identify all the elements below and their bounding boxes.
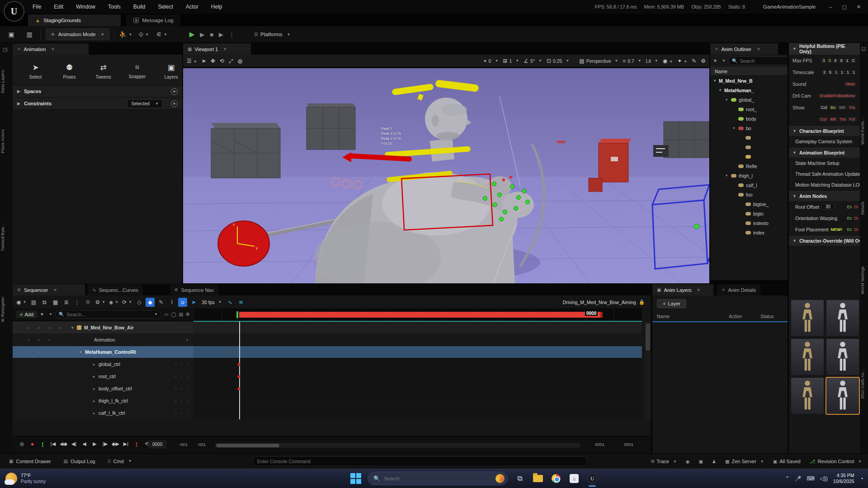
timescale-chip-button[interactable]: 1 bbox=[840, 70, 844, 75]
outliner-row[interactable] bbox=[710, 133, 788, 142]
file-explorer-button[interactable] bbox=[532, 473, 544, 484]
keying-options-icon[interactable]: ◈▼ bbox=[108, 298, 119, 307]
character-thumbnail[interactable] bbox=[791, 339, 824, 375]
timescale-chip-button[interactable]: 5 bbox=[828, 70, 833, 75]
menu-item[interactable]: Edit bbox=[54, 4, 63, 10]
close-icon[interactable]: ✕ bbox=[223, 47, 227, 52]
transport-button[interactable]: ▶| bbox=[122, 441, 130, 447]
constraints-filter-dropdown[interactable]: Selected▼ bbox=[127, 99, 163, 108]
auto-key-toggle[interactable]: ◆ bbox=[146, 298, 155, 307]
transport-button[interactable]: ◎ bbox=[18, 441, 26, 447]
chrome-button[interactable] bbox=[550, 473, 562, 484]
tab-sequence-nav[interactable]: ⚟ Sequence Nav bbox=[170, 284, 218, 296]
track-row[interactable]: ▸ root_ctrl ▫ ▫ ▫ bbox=[13, 371, 193, 382]
thread-safe-animation-update-button[interactable]: Thread Safe Animation Update bbox=[789, 169, 860, 179]
add-constraint-button[interactable]: + bbox=[171, 100, 178, 107]
animation-tool-button[interactable]: ▣ Layers bbox=[160, 63, 182, 80]
snap-toggle[interactable]: ∪ bbox=[178, 298, 187, 307]
animation-tool-button[interactable]: ⌗ Snapper bbox=[126, 63, 148, 80]
mic-icon[interactable]: 🎤 bbox=[795, 476, 802, 482]
show-flags-icon[interactable]: ◉▼ bbox=[663, 58, 673, 64]
tab-viewport-1[interactable]: ▦ Viewport 1 ✕ bbox=[183, 43, 251, 55]
close-icon[interactable]: ✕ bbox=[51, 47, 55, 52]
tray-chevron-icon[interactable]: ⌃ bbox=[785, 475, 789, 482]
all-saved-status[interactable]: ▣ All Saved bbox=[773, 459, 801, 464]
sidebar-tab-world-partition[interactable]: World Partiti... bbox=[860, 106, 868, 156]
minimize-button[interactable]: – bbox=[829, 4, 832, 10]
collapse-icon[interactable]: ▭ bbox=[164, 312, 168, 317]
viewport-scene[interactable]: z y bbox=[183, 68, 709, 283]
outliner-search-input[interactable] bbox=[740, 58, 788, 64]
blueprints-button[interactable]: ⟐▼ bbox=[137, 28, 151, 40]
playback-options-icon[interactable]: ⟳▼ bbox=[121, 298, 133, 307]
render-movie-icon[interactable]: ≣ bbox=[61, 298, 71, 307]
gameplay-camera-system-button[interactable]: Gameplay Camera System bbox=[789, 136, 860, 147]
fps-chip-button[interactable]: 3 bbox=[821, 58, 826, 63]
trace-settings-icon[interactable]: ◉ bbox=[686, 459, 690, 464]
timeline-scrollbar[interactable] bbox=[215, 443, 580, 448]
show-flag-button[interactable]: Tra bbox=[848, 105, 856, 110]
character-override-section[interactable]: ▼Character-Override (Will Override bbox=[789, 235, 860, 246]
content-drawer-button[interactable]: ▦ Content Drawer bbox=[5, 457, 56, 466]
task-view-button[interactable]: ⧉ bbox=[514, 473, 526, 484]
transport-button[interactable]: ◀◆ bbox=[60, 441, 67, 447]
fps-chip-button[interactable]: 3 bbox=[827, 58, 832, 63]
state-machine-setup-button[interactable]: State Machine Setup bbox=[789, 158, 860, 169]
disable-button[interactable]: Di bbox=[854, 216, 859, 221]
add-track-button[interactable]: +Add bbox=[16, 311, 37, 318]
perspective-dropdown[interactable]: ▤Perspective▼ bbox=[579, 58, 618, 64]
animation-tool-button[interactable]: ⚉ Poses bbox=[58, 63, 80, 80]
track-filter-icon[interactable]: ▼ bbox=[40, 312, 44, 317]
move-tool-icon[interactable]: ✥ bbox=[211, 58, 215, 64]
working-end-field[interactable]: 0001 bbox=[624, 442, 633, 447]
outliner-row[interactable]: indexto bbox=[710, 218, 788, 228]
disable-button[interactable]: Di bbox=[854, 205, 859, 209]
timescale-chip-button[interactable]: 1 bbox=[834, 70, 839, 75]
show-flag-button[interactable]: Cor bbox=[819, 117, 828, 122]
mute-button[interactable]: Mute bbox=[844, 82, 856, 86]
platforms-dropdown[interactable]: ⌸ Platforms ▼ bbox=[255, 32, 290, 38]
world-options-icon[interactable]: ◉▼ bbox=[15, 298, 27, 307]
volume-icon[interactable]: ◁)) bbox=[820, 475, 828, 482]
save-sequence-icon[interactable]: ▤ bbox=[29, 298, 38, 307]
fps-chip-button[interactable]: C bbox=[851, 58, 857, 63]
world-coordinate-icon[interactable]: ◍ bbox=[237, 58, 242, 64]
outliner-row[interactable]: ▾ bo bbox=[710, 123, 788, 133]
character-thumbnail[interactable] bbox=[791, 300, 824, 336]
sidebar-tab-place-actors[interactable]: Place Actors bbox=[0, 120, 13, 163]
outliner-row[interactable]: ▾ global_ bbox=[710, 95, 788, 104]
play-button[interactable]: ▶ bbox=[189, 30, 195, 38]
sidebar-tab-data-layers[interactable]: Data Layers bbox=[0, 61, 13, 102]
content-browser-button[interactable]: ▥ bbox=[23, 28, 36, 40]
eject-button[interactable]: ▶ bbox=[219, 31, 223, 38]
pin-icon[interactable]: ◯ bbox=[171, 312, 176, 317]
surface-snap-toggle[interactable]: ⌖0▼ bbox=[484, 58, 499, 64]
outliner-row[interactable]: Refle bbox=[710, 161, 788, 171]
fps-chip-button[interactable]: 6 bbox=[833, 58, 838, 63]
lock-icon[interactable]: 🔒 bbox=[639, 299, 645, 305]
browse-sequence-icon[interactable]: ⧉ bbox=[40, 298, 49, 307]
sequencer-vertical-scrollbar[interactable] bbox=[645, 322, 651, 419]
output-log-button[interactable]: ▤ Output Log bbox=[59, 457, 100, 466]
animation-blueprint-section[interactable]: ▼Animation Blueprint bbox=[789, 147, 860, 158]
track-filter-icon[interactable]: ⌇ bbox=[167, 298, 176, 307]
github-desktop-button[interactable]: ⌂ bbox=[568, 473, 580, 484]
scale-snap-toggle[interactable]: ⊡0.25▼ bbox=[547, 58, 569, 64]
keyframe-dot[interactable] bbox=[237, 387, 241, 390]
screenshot-icon[interactable]: ✎ bbox=[692, 58, 696, 64]
track-settings-icon[interactable]: ⚙ bbox=[186, 312, 190, 317]
transport-button[interactable]: ◆▶ bbox=[112, 441, 119, 447]
unreal-logo-icon[interactable]: U bbox=[4, 1, 24, 22]
show-flag-button[interactable]: Col bbox=[820, 105, 829, 110]
character-thumbnail[interactable] bbox=[826, 378, 859, 414]
outliner-row[interactable]: bigto bbox=[710, 209, 788, 218]
outliner-row[interactable]: ▾ MetaHuman_ bbox=[710, 85, 788, 95]
fps-chip-button[interactable]: 9 bbox=[839, 58, 844, 63]
edit-mode-icon[interactable]: ✎ bbox=[156, 298, 165, 307]
sidebar-tab-ik-retargeter[interactable]: IK Retargeter bbox=[0, 287, 13, 332]
settings-wrench-icon[interactable]: ⚙▼ bbox=[94, 298, 106, 307]
track-search[interactable]: 🔍 ▼ bbox=[55, 310, 161, 319]
screen-percentage-dropdown[interactable]: ⌗0.7▼ bbox=[623, 58, 641, 64]
snapshot-icon[interactable]: ▣ bbox=[699, 459, 703, 464]
notifications-icon[interactable]: ◔ bbox=[860, 475, 863, 482]
